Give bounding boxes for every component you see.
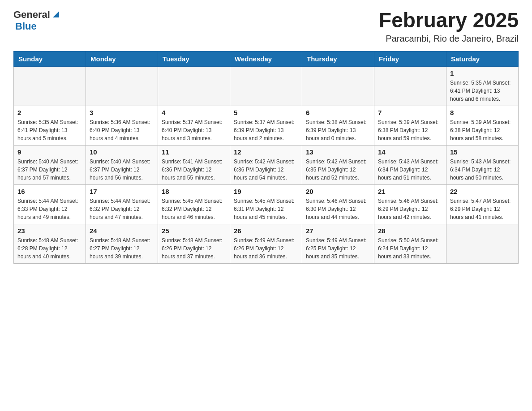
calendar-header-row: SundayMondayTuesdayWednesdayThursdayFrid… [14,51,519,66]
calendar-week-row: 16Sunrise: 5:44 AM Sunset: 6:33 PM Dayli… [14,184,519,224]
svg-marker-0 [53,11,59,17]
calendar-cell: 13Sunrise: 5:42 AM Sunset: 6:35 PM Dayli… [302,145,374,184]
day-info: Sunrise: 5:37 AM Sunset: 6:40 PM Dayligh… [162,118,226,142]
day-number: 12 [234,148,298,156]
calendar-cell: 27Sunrise: 5:49 AM Sunset: 6:25 PM Dayli… [302,224,374,263]
calendar-cell [158,66,230,106]
day-number: 21 [378,188,442,195]
day-info: Sunrise: 5:35 AM Sunset: 6:41 PM Dayligh… [450,79,515,103]
calendar-cell: 6Sunrise: 5:38 AM Sunset: 6:39 PM Daylig… [302,106,374,145]
calendar-week-row: 9Sunrise: 5:40 AM Sunset: 6:37 PM Daylig… [14,145,519,184]
calendar-cell: 14Sunrise: 5:43 AM Sunset: 6:34 PM Dayli… [374,145,446,184]
day-number: 17 [90,188,154,195]
day-number: 19 [234,188,298,195]
calendar-cell: 28Sunrise: 5:50 AM Sunset: 6:24 PM Dayli… [374,224,446,263]
calendar-cell: 8Sunrise: 5:39 AM Sunset: 6:38 PM Daylig… [446,106,519,145]
day-number: 15 [450,148,515,156]
calendar-week-row: 1Sunrise: 5:35 AM Sunset: 6:41 PM Daylig… [14,66,519,106]
page-header: General Blue February 2025 Paracambi, Ri… [13,9,519,44]
calendar-cell: 3Sunrise: 5:36 AM Sunset: 6:40 PM Daylig… [86,106,158,145]
day-number: 24 [90,227,154,235]
calendar-cell: 25Sunrise: 5:48 AM Sunset: 6:26 PM Dayli… [158,224,230,263]
calendar-cell: 11Sunrise: 5:41 AM Sunset: 6:36 PM Dayli… [158,145,230,184]
day-number: 22 [450,188,515,195]
calendar-cell: 21Sunrise: 5:46 AM Sunset: 6:29 PM Dayli… [374,184,446,224]
calendar-cell: 20Sunrise: 5:46 AM Sunset: 6:30 PM Dayli… [302,184,374,224]
calendar-day-header: Tuesday [158,51,230,66]
day-info: Sunrise: 5:48 AM Sunset: 6:26 PM Dayligh… [162,236,226,261]
calendar-cell: 10Sunrise: 5:40 AM Sunset: 6:37 PM Dayli… [86,145,158,184]
calendar-table: SundayMondayTuesdayWednesdayThursdayFrid… [13,51,519,264]
day-info: Sunrise: 5:36 AM Sunset: 6:40 PM Dayligh… [90,118,154,142]
day-number: 28 [378,227,442,235]
calendar-cell: 15Sunrise: 5:43 AM Sunset: 6:34 PM Dayli… [446,145,519,184]
calendar-day-header: Sunday [14,51,86,66]
day-number: 6 [306,109,370,116]
day-number: 13 [306,148,370,156]
day-info: Sunrise: 5:42 AM Sunset: 6:36 PM Dayligh… [234,158,298,182]
day-number: 27 [306,227,370,235]
day-info: Sunrise: 5:38 AM Sunset: 6:39 PM Dayligh… [306,118,370,142]
location: Paracambi, Rio de Janeiro, Brazil [379,34,519,44]
calendar-day-header: Wednesday [230,51,302,66]
calendar-cell: 17Sunrise: 5:44 AM Sunset: 6:32 PM Dayli… [86,184,158,224]
day-info: Sunrise: 5:49 AM Sunset: 6:26 PM Dayligh… [234,236,298,261]
day-info: Sunrise: 5:39 AM Sunset: 6:38 PM Dayligh… [450,118,515,142]
day-number: 18 [162,188,226,195]
day-info: Sunrise: 5:39 AM Sunset: 6:38 PM Dayligh… [378,118,442,142]
day-info: Sunrise: 5:44 AM Sunset: 6:32 PM Dayligh… [90,197,154,221]
day-number: 16 [17,188,82,195]
calendar-day-header: Thursday [302,51,374,66]
day-info: Sunrise: 5:35 AM Sunset: 6:41 PM Dayligh… [17,118,82,142]
calendar-cell [230,66,302,106]
calendar-cell [374,66,446,106]
day-info: Sunrise: 5:45 AM Sunset: 6:32 PM Dayligh… [162,197,226,221]
month-title: February 2025 [379,9,519,32]
day-number: 9 [17,148,82,156]
day-info: Sunrise: 5:50 AM Sunset: 6:24 PM Dayligh… [378,236,442,261]
calendar-cell: 23Sunrise: 5:48 AM Sunset: 6:28 PM Dayli… [14,224,86,263]
calendar-cell [446,224,519,263]
day-info: Sunrise: 5:49 AM Sunset: 6:25 PM Dayligh… [306,236,370,261]
day-info: Sunrise: 5:43 AM Sunset: 6:34 PM Dayligh… [450,158,515,182]
calendar-cell: 1Sunrise: 5:35 AM Sunset: 6:41 PM Daylig… [446,66,519,106]
calendar-cell: 24Sunrise: 5:48 AM Sunset: 6:27 PM Dayli… [86,224,158,263]
calendar-week-row: 23Sunrise: 5:48 AM Sunset: 6:28 PM Dayli… [14,224,519,263]
day-number: 25 [162,227,226,235]
calendar-cell: 12Sunrise: 5:42 AM Sunset: 6:36 PM Dayli… [230,145,302,184]
day-info: Sunrise: 5:45 AM Sunset: 6:31 PM Dayligh… [234,197,298,221]
day-number: 20 [306,188,370,195]
day-number: 3 [90,109,154,116]
logo-triangle-icon [51,9,61,19]
calendar-cell [302,66,374,106]
calendar-cell [86,66,158,106]
day-info: Sunrise: 5:44 AM Sunset: 6:33 PM Dayligh… [17,197,82,221]
calendar-week-row: 2Sunrise: 5:35 AM Sunset: 6:41 PM Daylig… [14,106,519,145]
day-number: 11 [162,148,226,156]
day-number: 4 [162,109,226,116]
calendar-cell: 22Sunrise: 5:47 AM Sunset: 6:29 PM Dayli… [446,184,519,224]
calendar-cell: 4Sunrise: 5:37 AM Sunset: 6:40 PM Daylig… [158,106,230,145]
day-number: 2 [17,109,82,116]
day-info: Sunrise: 5:40 AM Sunset: 6:37 PM Dayligh… [17,158,82,182]
day-info: Sunrise: 5:48 AM Sunset: 6:27 PM Dayligh… [90,236,154,261]
calendar-day-header: Friday [374,51,446,66]
logo-text-blue: Blue [15,21,37,32]
logo-text-general: General [13,9,50,21]
day-info: Sunrise: 5:42 AM Sunset: 6:35 PM Dayligh… [306,158,370,182]
day-number: 10 [90,148,154,156]
day-number: 26 [234,227,298,235]
day-number: 23 [17,227,82,235]
day-info: Sunrise: 5:40 AM Sunset: 6:37 PM Dayligh… [90,158,154,182]
calendar-cell: 16Sunrise: 5:44 AM Sunset: 6:33 PM Dayli… [14,184,86,224]
calendar-day-header: Monday [86,51,158,66]
day-info: Sunrise: 5:43 AM Sunset: 6:34 PM Dayligh… [378,158,442,182]
day-info: Sunrise: 5:48 AM Sunset: 6:28 PM Dayligh… [17,236,82,261]
calendar-cell: 18Sunrise: 5:45 AM Sunset: 6:32 PM Dayli… [158,184,230,224]
calendar-cell: 9Sunrise: 5:40 AM Sunset: 6:37 PM Daylig… [14,145,86,184]
day-number: 7 [378,109,442,116]
day-info: Sunrise: 5:41 AM Sunset: 6:36 PM Dayligh… [162,158,226,182]
day-info: Sunrise: 5:47 AM Sunset: 6:29 PM Dayligh… [450,197,515,221]
day-info: Sunrise: 5:46 AM Sunset: 6:29 PM Dayligh… [378,197,442,221]
calendar-cell: 7Sunrise: 5:39 AM Sunset: 6:38 PM Daylig… [374,106,446,145]
